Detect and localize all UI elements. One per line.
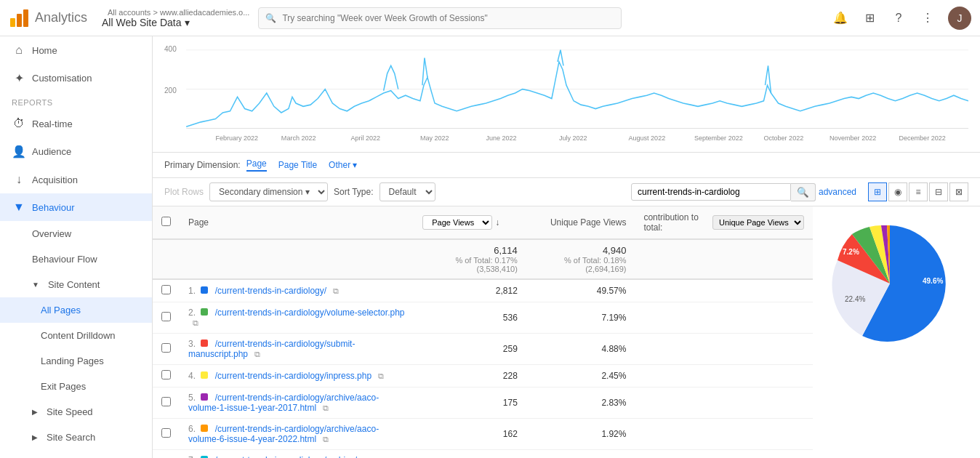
row-num: 4. bbox=[188, 371, 196, 381]
secondary-dimension-select[interactable]: Secondary dimension ▾ bbox=[209, 182, 328, 201]
row-external-link-icon[interactable]: ⧉ bbox=[193, 318, 198, 327]
filter-search-button[interactable]: 🔍 bbox=[791, 183, 816, 201]
sort-type-select[interactable]: Default bbox=[379, 182, 435, 201]
sidebar-item-attribution[interactable]: ◎ Attribution BETA bbox=[0, 450, 152, 458]
behaviour-icon: ▼ bbox=[12, 201, 26, 214]
row-contribution-cell bbox=[635, 302, 813, 334]
search-icon: 🔍 bbox=[265, 13, 276, 23]
sidebar-item-acquisition[interactable]: ↓ Acquisition bbox=[0, 166, 152, 193]
row-contribution-cell bbox=[635, 450, 813, 459]
y-label-400: 400 bbox=[164, 45, 177, 53]
view-icons: ⊞ ◉ ≡ ⊟ ⊠ bbox=[868, 182, 968, 201]
notifications-icon[interactable]: 🔔 bbox=[832, 9, 849, 27]
sidebar-item-overview[interactable]: Overview bbox=[0, 221, 152, 246]
pivot-view-icon[interactable]: ⊠ bbox=[949, 182, 968, 201]
row-checkbox-cell bbox=[153, 279, 180, 302]
row-page-link[interactable]: /current-trends-in-cardiology/volume-sel… bbox=[215, 308, 405, 318]
sidebar-item-customisation[interactable]: ✦ Customisation bbox=[0, 64, 152, 92]
help-icon[interactable]: ? bbox=[890, 9, 907, 27]
row-checkbox-cell bbox=[153, 387, 180, 419]
row-checkbox-1[interactable] bbox=[161, 312, 171, 321]
row-checkbox-4[interactable] bbox=[161, 397, 171, 406]
total-unique-views-pct: % of Total: 0.18% (2,694,169) bbox=[535, 256, 627, 273]
sidebar-item-behaviour[interactable]: ▼ Behaviour bbox=[0, 193, 152, 221]
row-color-dot bbox=[201, 425, 208, 432]
sidebar-item-audience[interactable]: 👤 Audience bbox=[0, 137, 152, 166]
row-num-page-cell: 5. /current-trends-in-cardiology/archive… bbox=[180, 387, 414, 419]
row-checkbox-2[interactable] bbox=[161, 343, 171, 353]
page-views-sort-select[interactable]: Page Views bbox=[422, 215, 492, 230]
sidebar-item-home[interactable]: ⌂ Home bbox=[0, 36, 152, 64]
sidebar-item-site-content[interactable]: ▼ Site Content bbox=[0, 272, 152, 297]
contribution-select[interactable]: Unique Page Views bbox=[712, 215, 804, 230]
plot-rows-button: Plot Rows bbox=[164, 187, 204, 197]
total-page-views-cell: 6,114 % of Total: 0.17% (3,538,410) bbox=[414, 239, 526, 279]
sidebar-item-all-pages[interactable]: All Pages bbox=[0, 297, 152, 323]
row-page-link[interactable]: /current-trends-in-cardiology/submit-man… bbox=[188, 339, 355, 359]
pie-view-icon[interactable]: ◉ bbox=[888, 182, 907, 201]
search-bar: 🔍 bbox=[258, 7, 622, 29]
more-icon[interactable]: ⋮ bbox=[919, 9, 936, 27]
dim-page-title-link[interactable]: Page Title bbox=[278, 160, 317, 170]
table-row: 4. /current-trends-in-cardiology/inpress… bbox=[153, 365, 813, 387]
select-all-checkbox[interactable] bbox=[161, 217, 171, 226]
dim-page-link[interactable]: Page bbox=[246, 158, 267, 172]
row-unique-cell: 1.98% bbox=[526, 450, 635, 459]
sidebar-item-site-search[interactable]: ▶ Site Search bbox=[0, 425, 152, 450]
sidebar-label-overview: Overview bbox=[32, 228, 71, 239]
row-color-dot bbox=[201, 340, 208, 347]
expand-icon: ▼ bbox=[32, 281, 39, 289]
breadcrumb-main[interactable]: All Web Site Data ▾ bbox=[102, 17, 249, 28]
sidebar-item-exit-pages[interactable]: Exit Pages bbox=[0, 374, 152, 399]
chart-area: 400 200 February 2022 March 2022 April 2… bbox=[153, 36, 980, 153]
svg-text:October 2022: October 2022 bbox=[763, 134, 803, 141]
advanced-link[interactable]: advanced bbox=[819, 187, 856, 197]
table-row: 5. /current-trends-in-cardiology/archive… bbox=[153, 387, 813, 419]
sidebar-item-site-speed[interactable]: ▶ Site Speed bbox=[0, 399, 152, 425]
grid-view-icon[interactable]: ⊞ bbox=[868, 182, 887, 201]
search-input[interactable] bbox=[258, 7, 622, 29]
row-color-dot bbox=[201, 286, 208, 294]
row-page-link[interactable]: /current-trends-in-cardiology/archive/aa… bbox=[188, 393, 379, 413]
th-page: Page bbox=[180, 206, 414, 239]
svg-rect-2 bbox=[23, 9, 28, 27]
row-views-cell: 228 bbox=[414, 365, 526, 387]
avatar[interactable]: J bbox=[948, 7, 971, 30]
row-num: 5. bbox=[188, 393, 196, 403]
dim-other-link[interactable]: Other ▾ bbox=[329, 160, 357, 170]
site-search-expand-icon: ▶ bbox=[32, 433, 38, 441]
apps-icon[interactable]: ⊞ bbox=[861, 9, 878, 27]
row-page-link[interactable]: /current-trends-in-cardiology/archive/aa… bbox=[188, 455, 379, 458]
sidebar-label-behaviour: Behaviour bbox=[32, 202, 75, 213]
svg-text:November 2022: November 2022 bbox=[830, 134, 876, 141]
filter-input[interactable] bbox=[631, 183, 791, 201]
row-external-link-icon[interactable]: ⧉ bbox=[254, 350, 260, 358]
row-external-link-icon[interactable]: ⧉ bbox=[323, 435, 329, 443]
sort-arrow[interactable]: ↓ bbox=[495, 217, 499, 228]
row-external-link-icon[interactable]: ⧉ bbox=[333, 286, 339, 295]
row-external-link-icon[interactable]: ⧉ bbox=[323, 403, 329, 412]
row-checkbox-3[interactable] bbox=[161, 370, 171, 379]
compare-view-icon[interactable]: ⊟ bbox=[929, 182, 948, 201]
total-page-views: 6,114 bbox=[422, 245, 518, 256]
pie-label-1: 49.6% bbox=[923, 277, 943, 285]
row-checkbox-cell bbox=[153, 450, 180, 459]
table-total-row: 6,114 % of Total: 0.17% (3,538,410) 4,94… bbox=[153, 239, 813, 279]
row-checkbox-0[interactable] bbox=[161, 285, 171, 294]
sidebar-item-behaviour-flow[interactable]: Behaviour Flow bbox=[0, 246, 152, 272]
row-external-link-icon[interactable]: ⧉ bbox=[378, 371, 384, 380]
sidebar-item-landing-pages[interactable]: Landing Pages bbox=[0, 348, 152, 374]
row-unique-cell: 4.88% bbox=[526, 334, 635, 365]
breadcrumb-dropdown[interactable]: ▾ bbox=[185, 17, 190, 28]
row-page-link[interactable]: /current-trends-in-cardiology/ bbox=[215, 286, 326, 296]
row-contribution-cell bbox=[635, 365, 813, 387]
app-header: Analytics All accounts > www.alliedacade… bbox=[0, 0, 980, 36]
row-page-link[interactable]: /current-trends-in-cardiology/inpress.ph… bbox=[215, 371, 371, 381]
sidebar-item-content-drilldown[interactable]: Content Drilldown bbox=[0, 323, 152, 348]
primary-dim-label: Primary Dimension: bbox=[164, 160, 241, 170]
list-view-icon[interactable]: ≡ bbox=[909, 182, 928, 201]
sidebar-item-realtime[interactable]: ⏱ Real-time bbox=[0, 110, 152, 137]
row-checkbox-5[interactable] bbox=[161, 428, 171, 438]
row-page-link[interactable]: /current-trends-in-cardiology/archive/aa… bbox=[188, 424, 379, 444]
site-speed-expand-icon: ▶ bbox=[32, 408, 38, 416]
